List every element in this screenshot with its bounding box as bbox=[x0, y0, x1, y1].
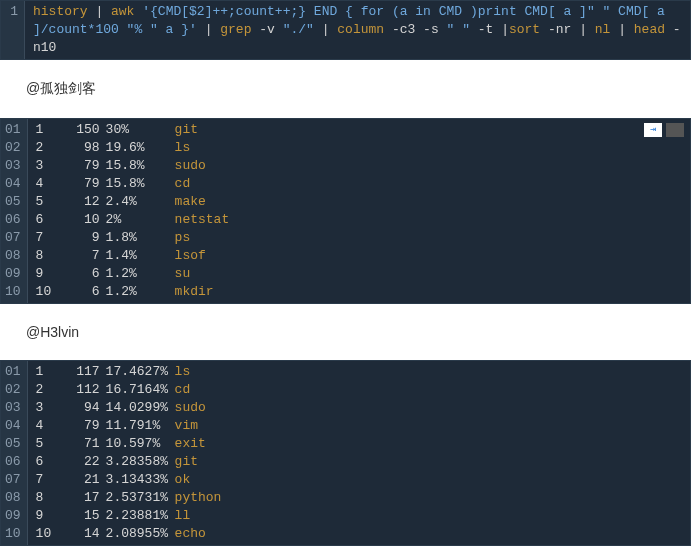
rank-cell: 10 bbox=[36, 525, 64, 543]
line-number: 03 bbox=[5, 157, 21, 175]
count-cell: 10 bbox=[64, 211, 100, 229]
toolbar-button[interactable] bbox=[666, 123, 684, 137]
percent-cell: 10.597% bbox=[100, 435, 175, 453]
rank-cell: 8 bbox=[36, 489, 64, 507]
percent-cell: 3.13433% bbox=[100, 471, 175, 489]
command-cell: vim bbox=[175, 418, 198, 433]
percent-cell: 15.8% bbox=[100, 175, 175, 193]
gutter: 01020304050607080910 bbox=[1, 361, 28, 545]
line-number: 07 bbox=[5, 471, 21, 489]
count-cell: 22 bbox=[64, 453, 100, 471]
table-row: 10142.08955%echo bbox=[36, 525, 682, 543]
rank-cell: 6 bbox=[36, 453, 64, 471]
command-cell: cd bbox=[175, 176, 191, 191]
rank-cell: 7 bbox=[36, 229, 64, 247]
table-row: 211216.7164%cd bbox=[36, 381, 682, 399]
line-number: 05 bbox=[5, 435, 21, 453]
line-number: 09 bbox=[5, 265, 21, 283]
rank-cell: 9 bbox=[36, 507, 64, 525]
line-number: 06 bbox=[5, 211, 21, 229]
code-token: sort bbox=[509, 22, 540, 37]
gutter: 01020304050607080910 bbox=[1, 119, 28, 303]
code-token: " " bbox=[447, 22, 470, 37]
code-token: | bbox=[88, 4, 111, 19]
line-number: 08 bbox=[5, 247, 21, 265]
copy-icon[interactable]: ⇥ bbox=[644, 123, 662, 137]
percent-cell: 19.6% bbox=[100, 139, 175, 157]
code-token: awk bbox=[111, 4, 134, 19]
count-cell: 6 bbox=[64, 265, 100, 283]
command-cell: git bbox=[175, 454, 198, 469]
command-cell: ls bbox=[175, 364, 191, 379]
percent-cell: 2.23881% bbox=[100, 507, 175, 525]
percent-cell: 1.2% bbox=[100, 265, 175, 283]
percent-cell: 30% bbox=[100, 121, 175, 139]
rank-cell: 4 bbox=[36, 417, 64, 435]
count-cell: 112 bbox=[64, 381, 100, 399]
count-cell: 71 bbox=[64, 435, 100, 453]
gutter: 1 bbox=[1, 1, 25, 59]
code-token: history bbox=[33, 4, 88, 19]
table-row: 111717.4627%ls bbox=[36, 363, 682, 381]
percent-cell: 2.08955% bbox=[100, 525, 175, 543]
line-number: 04 bbox=[5, 417, 21, 435]
count-cell: 6 bbox=[64, 283, 100, 301]
table-row: 9152.23881%ll bbox=[36, 507, 682, 525]
output-code-block: 01020304050607080910⇥115030%git29819.6%l… bbox=[0, 118, 691, 304]
line-number: 08 bbox=[5, 489, 21, 507]
rank-cell: 5 bbox=[36, 435, 64, 453]
count-cell: 12 bbox=[64, 193, 100, 211]
command-cell: netstat bbox=[175, 212, 230, 227]
rank-cell: 3 bbox=[36, 157, 64, 175]
rank-cell: 1 bbox=[36, 363, 64, 381]
command-cell: lsof bbox=[175, 248, 206, 263]
count-cell: 7 bbox=[64, 247, 100, 265]
command-cell: mkdir bbox=[175, 284, 214, 299]
command-cell: echo bbox=[175, 526, 206, 541]
command-cell: ok bbox=[175, 472, 191, 487]
count-cell: 150 bbox=[64, 121, 100, 139]
code-token: -t | bbox=[470, 22, 509, 37]
output-code-block: 01020304050607080910111717.4627%ls211216… bbox=[0, 360, 691, 546]
code-token: column bbox=[337, 22, 384, 37]
command-cell: exit bbox=[175, 436, 206, 451]
command-cell: make bbox=[175, 194, 206, 209]
percent-cell: 1.2% bbox=[100, 283, 175, 301]
command-cell: ps bbox=[175, 230, 191, 245]
command-cell: cd bbox=[175, 382, 191, 397]
count-cell: 79 bbox=[64, 157, 100, 175]
table-row: 1061.2%mkdir bbox=[36, 283, 682, 301]
code-token: | bbox=[610, 22, 633, 37]
table-row: 29819.6%ls bbox=[36, 139, 682, 157]
table-row: 115030%git bbox=[36, 121, 682, 139]
percent-cell: 3.28358% bbox=[100, 453, 175, 471]
table-row: 961.2%su bbox=[36, 265, 682, 283]
code-toolbar: ⇥ bbox=[644, 123, 684, 137]
line-number: 01 bbox=[5, 121, 21, 139]
line-number: 1 bbox=[5, 3, 18, 21]
command-cell: su bbox=[175, 266, 191, 281]
count-cell: 79 bbox=[64, 175, 100, 193]
output-code: ⇥115030%git29819.6%ls37915.8%sudo47915.8… bbox=[28, 119, 690, 303]
line-number: 10 bbox=[5, 283, 21, 301]
table-row: 39414.0299%sudo bbox=[36, 399, 682, 417]
rank-cell: 9 bbox=[36, 265, 64, 283]
count-cell: 94 bbox=[64, 399, 100, 417]
table-row: 47911.791%vim bbox=[36, 417, 682, 435]
username-label: @孤独剑客 bbox=[0, 60, 691, 118]
line-number: 05 bbox=[5, 193, 21, 211]
code-token: -c3 -s bbox=[384, 22, 446, 37]
code-token: "./" bbox=[283, 22, 314, 37]
table-row: 8172.53731%python bbox=[36, 489, 682, 507]
count-cell: 21 bbox=[64, 471, 100, 489]
table-row: 791.8%ps bbox=[36, 229, 682, 247]
table-row: 6102%netstat bbox=[36, 211, 682, 229]
line-number: 02 bbox=[5, 381, 21, 399]
table-row: 37915.8%sudo bbox=[36, 157, 682, 175]
line-number: 10 bbox=[5, 525, 21, 543]
code-token: head bbox=[634, 22, 665, 37]
table-row: 5122.4%make bbox=[36, 193, 682, 211]
rank-cell: 10 bbox=[36, 283, 64, 301]
table-row: 6223.28358%git bbox=[36, 453, 682, 471]
count-cell: 79 bbox=[64, 417, 100, 435]
